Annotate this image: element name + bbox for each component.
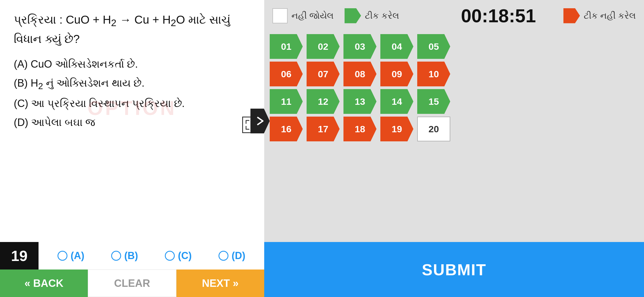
question-btn-11[interactable]: 11	[270, 89, 303, 114]
correct-label: ટીક કરેલ	[365, 11, 399, 21]
question-btn-10[interactable]: 10	[417, 62, 450, 86]
radio-b[interactable]	[111, 251, 121, 261]
question-btn-03[interactable]: 03	[343, 34, 376, 59]
option-b[interactable]: (B) H2 નું ઓક્સિડેશન થાય છે.	[14, 75, 250, 93]
incorrect-block: ટીક નહીં કરેલ	[563, 8, 636, 23]
option-d[interactable]: (D) આપેલા બઘા જ	[14, 114, 250, 131]
question-btn-16[interactable]: 16	[270, 117, 303, 141]
question-grid: 0102030405060708091011121314151617181920	[264, 31, 644, 242]
question-area: પ્રક્રિયા : CuO + H2 → Cu + H2O માટે સાચ…	[0, 0, 264, 139]
radio-c[interactable]	[165, 251, 175, 261]
question-text: પ્રક્રિયા : CuO + H2 → Cu + H2O માટે સાચ…	[14, 11, 250, 48]
answer-label-c: (C)	[178, 250, 192, 262]
question-btn-05[interactable]: 05	[417, 34, 450, 59]
question-btn-02[interactable]: 02	[307, 34, 340, 59]
question-formula: પ્રક્રિયા : CuO + H2 → Cu + H2O માટે સાચ…	[14, 13, 231, 45]
answer-option-d[interactable]: (D)	[219, 250, 245, 262]
grid-row-4: 1617181920	[270, 117, 638, 141]
question-btn-08[interactable]: 08	[343, 62, 376, 86]
submit-area: SUBMIT	[264, 242, 644, 297]
question-btn-17[interactable]: 17	[307, 117, 340, 141]
next-button[interactable]: NEXT »	[176, 270, 264, 297]
status-header: નહીં જોયેલ ટીક કરેલ 00:18:51 ટીક નહીં કર…	[264, 0, 644, 31]
not-visited-label: નહીં જોયેલ	[291, 11, 334, 21]
option-c[interactable]: (C) આ પ્રક્રિયા વિસ્થાપન પ્રક્રિયા છે.	[14, 95, 250, 112]
correct-arrow-icon	[345, 8, 361, 23]
question-btn-13[interactable]: 13	[343, 89, 376, 114]
grid-row-2: 0607080910	[270, 62, 638, 86]
left-panel: પ્રક્રિયા : CuO + H2 → Cu + H2O માટે સાચ…	[0, 0, 264, 297]
answer-label-a: (A)	[71, 250, 84, 262]
question-btn-19[interactable]: 19	[380, 117, 413, 141]
question-btn-20[interactable]: 20	[417, 117, 450, 141]
incorrect-arrow-icon	[563, 8, 580, 23]
bottom-bar: « BACK CLEAR NEXT »	[0, 270, 264, 297]
answer-bar: 19 (A) (B) (C) (D)	[0, 242, 264, 270]
submit-button[interactable]: SUBMIT	[264, 242, 644, 297]
question-btn-12[interactable]: 12	[307, 89, 340, 114]
answer-option-b[interactable]: (B)	[111, 250, 138, 262]
answer-option-c[interactable]: (C)	[165, 250, 192, 262]
correct-block: ટીક કરેલ	[345, 8, 399, 23]
question-btn-07[interactable]: 07	[307, 62, 340, 86]
grid-row-1: 0102030405	[270, 34, 638, 59]
options-row: (A) (B) (C) (D)	[39, 242, 264, 270]
back-button[interactable]: « BACK	[0, 270, 88, 297]
option-a[interactable]: (A) CuO ઓક્સિડેશનકર્તા છે.	[14, 56, 250, 73]
question-area-wrapper: પ્રક્રિયા : CuO + H2 → Cu + H2O માટે સાચ…	[0, 0, 264, 242]
question-btn-04[interactable]: 04	[380, 34, 413, 59]
right-panel: નહીં જોયેલ ટીક કરેલ 00:18:51 ટીક નહીં કર…	[264, 0, 644, 297]
radio-d[interactable]	[219, 251, 228, 261]
not-visited-box	[272, 8, 288, 23]
clear-button[interactable]: CLEAR	[88, 270, 176, 297]
question-btn-06[interactable]: 06	[270, 62, 303, 86]
answer-label-d: (D)	[232, 250, 245, 262]
question-btn-01[interactable]: 01	[270, 34, 303, 59]
not-visited-block: નહીં જોયેલ	[272, 8, 334, 23]
question-btn-09[interactable]: 09	[380, 62, 413, 86]
question-btn-18[interactable]: 18	[343, 117, 376, 141]
question-btn-14[interactable]: 14	[380, 89, 413, 114]
timer: 00:18:51	[461, 5, 536, 26]
grid-row-3: 1112131415	[270, 89, 638, 114]
incorrect-label: ટીક નહીં કરેલ	[584, 11, 636, 21]
question-number-badge: 19	[0, 242, 39, 270]
answer-label-b: (B)	[124, 250, 138, 262]
radio-a[interactable]	[58, 251, 67, 261]
question-btn-15[interactable]: 15	[417, 89, 450, 114]
answer-option-a[interactable]: (A)	[58, 250, 84, 262]
